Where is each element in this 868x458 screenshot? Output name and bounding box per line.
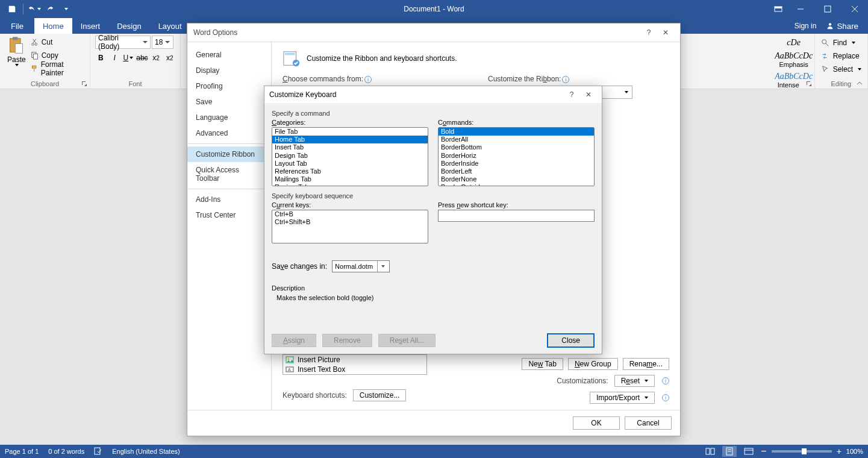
import-export-button[interactable]: Import/Export [590,392,655,404]
svg-rect-9 [16,44,23,54]
styles-group: cDe AaBbCcDc Emphasis AaBbCcDc Intense E… [773,34,815,89]
font-size-combo[interactable]: 18 [152,36,173,49]
clipboard-launcher[interactable] [81,80,89,87]
info-icon[interactable]: i [364,76,372,83]
customize-shortcuts-button[interactable]: Customize... [353,389,407,401]
share-button[interactable]: Share [821,20,863,32]
signin-link[interactable]: Sign in [795,22,817,30]
nav-advanced[interactable]: Advanced [187,125,271,141]
ck-help-button[interactable]: ? [563,86,580,103]
svg-line-17 [826,43,828,46]
styles-launcher[interactable] [806,80,813,87]
share-icon [826,22,834,30]
qat-customize-icon[interactable] [58,2,73,16]
italic-button[interactable]: I [109,52,120,64]
read-mode-button[interactable] [703,446,717,457]
find-icon [821,39,829,47]
options-nav: General Display Proofing Save Language A… [187,42,272,410]
specify-sequence-heading: Specify keyboard sequence [272,192,595,199]
categories-listbox[interactable]: File TabHome TabInsert TabDesign TabLayo… [272,127,428,186]
info-icon[interactable]: i [662,394,669,401]
superscript-button[interactable]: x2 [164,52,175,64]
new-group-button[interactable]: New Group [568,358,618,370]
tab-layout[interactable]: Layout [150,18,190,34]
svg-rect-31 [745,448,753,454]
copy-label: Copy [42,51,58,60]
nav-proofing[interactable]: Proofing [187,78,271,94]
save-icon[interactable] [5,2,19,16]
reset-button[interactable]: Reset [614,375,655,387]
reset-all-button: Reset All... [378,334,436,347]
tab-design[interactable]: Design [108,18,149,34]
zoom-level[interactable]: 100% [846,448,863,455]
options-ok-button[interactable]: OK [573,416,620,430]
ck-close-button[interactable]: Close [547,333,595,348]
nav-save[interactable]: Save [187,94,271,110]
current-keys-listbox[interactable]: Ctrl+BCtrl+Shift+B [272,210,428,243]
bold-button[interactable]: B [95,52,107,64]
zoom-out-button[interactable]: − [761,446,766,457]
options-close-button[interactable]: ✕ [657,24,674,41]
undo-icon[interactable] [27,2,42,16]
language-status[interactable]: English (United States) [112,448,180,455]
paste-button[interactable]: Paste [5,35,28,67]
strikethrough-button[interactable]: abc [136,52,148,64]
web-layout-button[interactable] [742,446,756,457]
svg-rect-27 [711,448,714,454]
nav-trust-center[interactable]: Trust Center [187,207,271,223]
commands-listbox[interactable]: BoldBorderAllBorderBottomBorderHorizBord… [438,127,595,186]
font-name-combo[interactable]: Calibri (Body) [95,36,151,49]
select-button[interactable]: Select [821,63,861,76]
spellcheck-icon[interactable] [94,447,102,456]
minimize-button[interactable] [787,0,814,18]
ck-close-x-button[interactable]: ✕ [580,86,597,103]
collapse-ribbon-button[interactable] [856,80,864,88]
file-tab[interactable]: File [0,18,34,34]
find-button[interactable]: Find [821,36,861,49]
format-painter-button[interactable]: Format Painter [31,63,85,75]
customize-keyboard-dialog: Customize Keyboard ? ✕ Specify a command… [264,86,602,354]
save-changes-combo[interactable]: Normal.dotm [332,260,390,272]
replace-button[interactable]: Replace [821,49,861,63]
style-item-0[interactable]: cDe [776,36,812,49]
tab-home[interactable]: Home [34,18,72,34]
style-preview-0: cDe [787,38,801,48]
nav-general[interactable]: General [187,47,271,63]
nav-addins[interactable]: Add-Ins [187,192,271,207]
new-shortcut-input[interactable] [438,210,595,222]
options-help-button[interactable]: ? [640,24,657,41]
ribbon-display-options-icon[interactable] [770,1,787,17]
svg-rect-1 [775,7,782,8]
nav-customize-ribbon[interactable]: Customize Ribbon [187,146,271,162]
info-icon[interactable]: i [562,76,569,83]
redo-icon[interactable] [43,2,57,16]
insert-textbox-icon: A [286,365,294,374]
zoom-in-button[interactable]: + [837,447,841,456]
save-target-value: Normal.dotm [335,263,373,270]
rename-button[interactable]: Rename... [623,358,669,370]
print-layout-button[interactable] [722,446,737,457]
maximize-button[interactable] [814,0,841,18]
specify-command-heading: Specify a command [272,110,595,117]
nav-display[interactable]: Display [187,63,271,78]
close-button[interactable] [841,0,868,18]
style-item-1[interactable]: AaBbCcDc Emphasis [776,49,812,70]
subscript-button[interactable]: x2 [151,52,162,64]
page-status[interactable]: Page 1 of 1 [5,448,39,455]
new-tab-button[interactable]: New Tab [522,358,563,370]
zoom-slider[interactable] [772,450,832,453]
options-cancel-button[interactable]: Cancel [625,416,672,430]
copy-button[interactable]: Copy [31,49,85,61]
current-keys-label: Current keys: [272,201,428,209]
underline-button[interactable]: U [122,52,134,64]
tab-insert[interactable]: Insert [72,18,109,34]
nav-quick-access[interactable]: Quick Access Toolbar [187,162,271,186]
info-icon[interactable]: i [662,377,669,384]
cut-button[interactable]: Cut [31,36,85,48]
nav-language[interactable]: Language [187,110,271,125]
commands-list-fragment[interactable]: Insert Picture AInsert Text Box [283,354,427,375]
word-count[interactable]: 0 of 2 words [48,448,84,455]
cut-icon [31,38,39,46]
press-new-label: Press new shortcut key: [438,201,595,209]
insert-picture-icon [286,356,294,364]
